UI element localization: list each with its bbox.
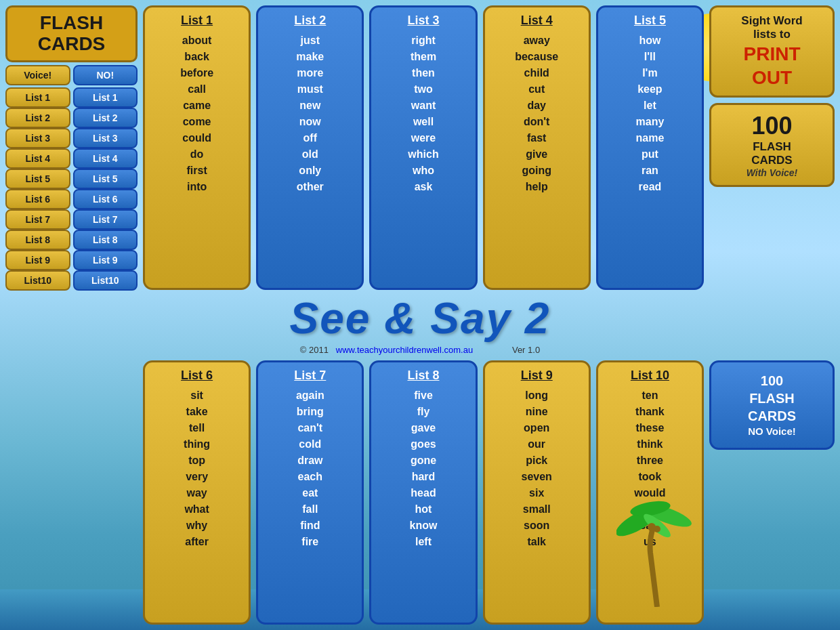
list-right-btn[interactable]: List 7 xyxy=(73,209,138,230)
word-item: away xyxy=(524,33,550,49)
list-right-btn[interactable]: List 6 xyxy=(73,189,138,209)
word-item: into xyxy=(187,179,207,195)
list-left-btn[interactable]: List10 xyxy=(5,270,70,291)
word-item: could xyxy=(182,130,211,146)
word-item: three xyxy=(637,453,663,469)
card-header: List 8 xyxy=(408,366,440,385)
word-item: many xyxy=(636,114,665,130)
list-right-btn[interactable]: List 9 xyxy=(73,250,138,270)
word-item: ask xyxy=(415,179,433,195)
word-item: again xyxy=(296,387,324,404)
flash-line2-1: CARDS xyxy=(718,154,826,167)
word-item: now xyxy=(299,114,321,130)
list-left-btn[interactable]: List 1 xyxy=(5,87,70,108)
word-list-card[interactable]: List 7againbringcan'tcolddraweacheatfall… xyxy=(256,360,364,625)
website-link[interactable]: www.teachyourchildrenwell.com.au xyxy=(336,345,473,355)
word-item: want xyxy=(411,98,436,114)
list-left-btn[interactable]: List 7 xyxy=(5,209,70,230)
flash-no-voice-label: NO Voice! xyxy=(718,425,826,438)
sight-word-box[interactable]: Sight Word lists to PRINT OUT xyxy=(709,5,835,98)
word-list-card[interactable]: List 8fiveflygavegoesgonehardheadhotknow… xyxy=(369,360,477,625)
print-line2: OUT xyxy=(718,68,826,89)
voice-button[interactable]: Voice! xyxy=(5,65,70,85)
list-left-btn[interactable]: List 3 xyxy=(5,128,70,148)
sidebar: FLASH CARDS Voice! NO! List 1 List 1 Lis… xyxy=(5,5,138,290)
no-button[interactable]: NO! xyxy=(73,65,138,85)
card-header: List 1 xyxy=(181,12,213,30)
list-right-btn[interactable]: List 8 xyxy=(73,230,138,250)
word-item: sit xyxy=(190,387,203,404)
top-cards: List 1aboutbackbeforecallcamecomecoulddo… xyxy=(143,5,704,290)
word-list-card[interactable]: List 4awaybecausechildcutdaydon'tfastgiv… xyxy=(483,5,591,290)
word-list-card[interactable]: List 9longnineopenourpicksevensixsmallso… xyxy=(483,360,591,625)
list-right-btn[interactable]: List 3 xyxy=(73,128,138,148)
word-item: just xyxy=(301,33,320,49)
list-left-btn[interactable]: List 9 xyxy=(5,250,70,270)
word-item: help xyxy=(526,179,548,195)
palm-decoration xyxy=(616,485,698,610)
word-item: two xyxy=(414,81,433,98)
list-left-btn[interactable]: List 2 xyxy=(5,108,70,128)
card-header: List 9 xyxy=(521,366,553,385)
list-right-btn[interactable]: List 5 xyxy=(73,169,138,189)
sight-word-line1: Sight Word xyxy=(718,14,826,28)
sidebar-buttons: Voice! NO! List 1 List 1 List 2 List 2 L… xyxy=(5,65,138,291)
word-item: ten xyxy=(642,387,658,404)
flash-100-no-voice[interactable]: 100 FLASH CARDS NO Voice! xyxy=(709,360,835,450)
word-list-card[interactable]: List 6sittaketellthingtopverywaywhatwhya… xyxy=(143,360,251,625)
flash-cards-box-voice[interactable]: 100 FLASH CARDS With Voice! xyxy=(709,103,835,187)
list-right-btn[interactable]: List 1 xyxy=(73,87,138,108)
list-left-btn[interactable]: List 6 xyxy=(5,189,70,209)
card-header: List 5 xyxy=(634,12,666,30)
list-row: List 7 List 7 xyxy=(5,209,138,230)
word-item: cold xyxy=(299,436,321,453)
word-list-card[interactable]: List 5howI'llI'mkeepletmanynameputranrea… xyxy=(596,5,704,290)
list-right-btn[interactable]: List10 xyxy=(73,270,138,291)
list-right-btn[interactable]: List 2 xyxy=(73,108,138,128)
list-right-btn[interactable]: List 4 xyxy=(73,148,138,169)
sidebar-spacer xyxy=(5,360,138,625)
word-item: I'll xyxy=(644,49,656,65)
flash-line1-1: FLASH xyxy=(718,140,826,154)
word-item: new xyxy=(299,98,320,114)
word-item: cut xyxy=(528,81,545,98)
word-item: old xyxy=(302,146,318,163)
bottom-row: List 6sittaketellthingtopverywaywhatwhya… xyxy=(5,360,835,625)
word-item: why xyxy=(186,518,207,534)
word-item: because xyxy=(515,49,558,65)
list-left-btn[interactable]: List 4 xyxy=(5,148,70,169)
word-item: call xyxy=(188,81,206,98)
voice-row: Voice! NO! xyxy=(5,65,138,85)
word-item: fly xyxy=(417,404,430,420)
list-row: List 6 List 6 xyxy=(5,189,138,209)
word-item: give xyxy=(526,146,547,163)
list-left-btn[interactable]: List 8 xyxy=(5,230,70,250)
word-item: put xyxy=(642,146,658,163)
version: Ver 1.0 xyxy=(512,345,540,355)
card-header: List 3 xyxy=(408,12,440,30)
word-list-card[interactable]: List 3rightthemthentwowantwellwerewhichw… xyxy=(369,5,477,290)
word-item: seven xyxy=(522,469,552,485)
word-item: top xyxy=(188,453,205,469)
list-row: List 4 List 4 xyxy=(5,148,138,169)
word-list-card[interactable]: List 2justmakemoremustnewnowoffoldonlyot… xyxy=(256,5,364,290)
word-item: take xyxy=(186,404,208,420)
flash-line1-2: FLASH xyxy=(718,390,826,407)
word-list-card[interactable]: List 1aboutbackbeforecallcamecomecoulddo… xyxy=(143,5,251,290)
list-row: List 2 List 2 xyxy=(5,108,138,128)
word-item: left xyxy=(415,534,432,550)
word-item: nine xyxy=(526,404,548,420)
word-item: let xyxy=(644,98,656,114)
card-header: List 10 xyxy=(631,366,669,385)
word-item: thing xyxy=(184,436,210,453)
word-item: open xyxy=(524,420,549,436)
card-header: List 4 xyxy=(521,12,553,30)
word-item: took xyxy=(639,469,662,485)
word-item: about xyxy=(182,33,212,49)
word-item: other xyxy=(297,179,324,195)
word-item: only xyxy=(299,163,321,179)
list-left-btn[interactable]: List 5 xyxy=(5,169,70,189)
word-item: make xyxy=(296,49,324,65)
word-item: how xyxy=(639,33,660,49)
word-item: came xyxy=(183,98,211,114)
